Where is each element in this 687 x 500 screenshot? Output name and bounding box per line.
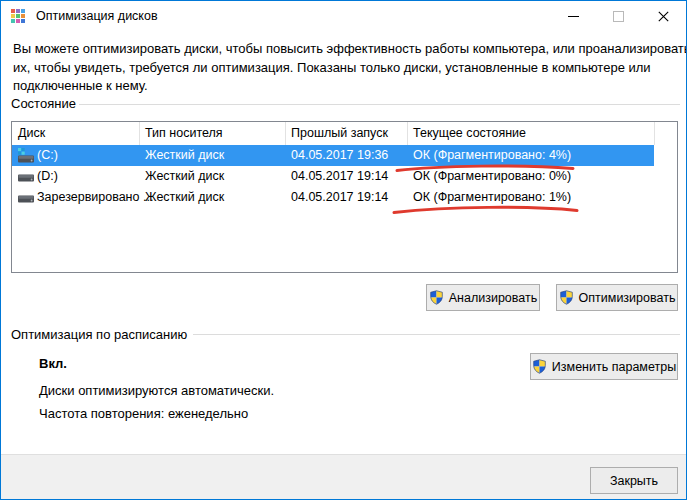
- dialog-description: Вы можете оптимизировать диски, чтобы по…: [13, 40, 681, 96]
- maximize-icon: [613, 11, 624, 22]
- defrag-icon: [10, 8, 26, 24]
- caption-controls: [551, 1, 686, 31]
- minimize-icon: [568, 16, 579, 17]
- system-drive-icon: [17, 145, 35, 166]
- description-line: подключенные к нему.: [13, 77, 681, 96]
- drive-last-run: 04.05.2017 19:36: [291, 145, 388, 166]
- close-icon: [658, 11, 669, 22]
- table-row[interactable]: (D:) Жесткий диск 04.05.2017 19:14 ОК (Ф…: [12, 166, 677, 187]
- drive-name: Зарезервировано ...: [37, 187, 153, 208]
- status-group-label: Состояние: [11, 96, 76, 111]
- description-line: их, чтобы увидеть, требуется ли оптимиза…: [13, 59, 681, 78]
- drive-name: (D:): [37, 166, 58, 187]
- table-row[interactable]: (C:) Жесткий диск 04.05.2017 19:36 ОК (Ф…: [12, 145, 677, 166]
- drive-name: (C:): [37, 145, 58, 166]
- drives-table-header: Диск Тип носителя Прошлый запуск Текущее…: [12, 122, 677, 145]
- table-row[interactable]: Зарезервировано ... Жесткий диск 04.05.2…: [12, 187, 677, 208]
- schedule-group-divider: [193, 334, 680, 335]
- optimize-button[interactable]: Оптимизировать: [556, 284, 678, 311]
- title-bar[interactable]: Оптимизация дисков: [1, 1, 686, 31]
- column-header-current-status[interactable]: Текущее состояние: [413, 122, 526, 145]
- schedule-detail: Частота повторения: еженедельно: [39, 406, 248, 421]
- drive-last-run: 04.05.2017 19:14: [291, 166, 388, 187]
- optimize-drives-dialog: Оптимизация дисков Вы можете оптимизиров…: [0, 0, 687, 500]
- drive-icon: [17, 166, 35, 187]
- minimize-button[interactable]: [551, 1, 596, 31]
- drives-table-body: (C:) Жесткий диск 04.05.2017 19:36 ОК (Ф…: [12, 145, 677, 272]
- status-group-divider: [79, 104, 680, 105]
- change-settings-button-label: Изменить параметры: [552, 360, 676, 374]
- drive-media-type: Жесткий диск: [145, 187, 224, 208]
- window-title: Оптимизация дисков: [36, 1, 158, 31]
- analyze-button[interactable]: Анализировать: [426, 284, 540, 311]
- drive-status: ОК (Фрагментировано: 0%): [413, 166, 571, 187]
- column-divider: [654, 122, 655, 145]
- uac-shield-icon: [532, 359, 547, 374]
- drive-media-type: Жесткий диск: [145, 145, 224, 166]
- uac-shield-icon: [559, 290, 574, 305]
- schedule-detail: Диски оптимизируются автоматически.: [39, 383, 274, 398]
- drive-media-type: Жесткий диск: [145, 166, 224, 187]
- change-settings-button[interactable]: Изменить параметры: [530, 353, 678, 380]
- uac-shield-icon: [429, 290, 444, 305]
- drive-status: ОК (Фрагментировано: 4%): [413, 145, 571, 166]
- drive-icon: [17, 187, 35, 208]
- column-header-media-type[interactable]: Тип носителя: [145, 122, 223, 145]
- optimize-button-label: Оптимизировать: [579, 291, 676, 305]
- drive-last-run: 04.05.2017 19:14: [291, 187, 388, 208]
- dialog-footer: [1, 454, 686, 499]
- column-divider: [139, 122, 140, 145]
- column-divider: [407, 122, 408, 145]
- column-header-drive[interactable]: Диск: [18, 122, 45, 145]
- drives-table[interactable]: Диск Тип носителя Прошлый запуск Текущее…: [11, 121, 678, 273]
- schedule-group-label: Оптимизация по расписанию: [11, 327, 187, 342]
- schedule-state: Вкл.: [39, 356, 67, 371]
- close-dialog-button-label: Закрыть: [610, 474, 658, 488]
- drive-status: ОК (Фрагментировано: 1%): [413, 187, 571, 208]
- close-button[interactable]: [641, 1, 686, 31]
- column-divider: [285, 122, 286, 145]
- maximize-button: [596, 1, 641, 31]
- column-header-last-run[interactable]: Прошлый запуск: [291, 122, 388, 145]
- close-dialog-button[interactable]: Закрыть: [590, 467, 678, 494]
- analyze-button-label: Анализировать: [449, 291, 538, 305]
- description-line: Вы можете оптимизировать диски, чтобы по…: [13, 40, 681, 59]
